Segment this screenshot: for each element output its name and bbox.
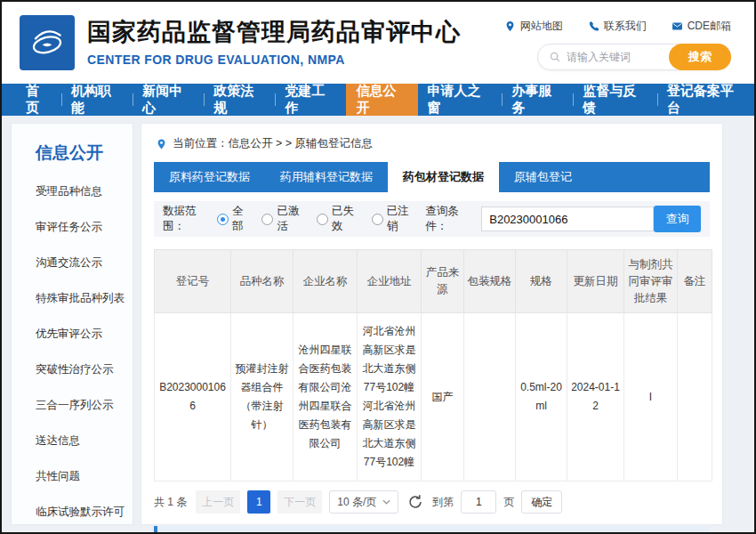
column-header: 产品来源 [422, 250, 464, 313]
radio-option[interactable]: 已激活 [261, 204, 305, 234]
site-titles: 国家药品监督管理局药品审评中心 CENTER FOR DRUG EVALUATI… [87, 19, 461, 66]
registration-table: 登记号品种名称企业名称企业地址产品来源包装规格规格更新日期与制剂共同审评审批结果… [154, 249, 712, 481]
radio-option-label: 已注销 [387, 204, 415, 234]
main-panel: 当前位置：信息公开 > > 原辅包登记信息 原料药登记数据药用辅料登记数据药包材… [141, 123, 723, 525]
table-cell [678, 313, 712, 481]
sitemap-link[interactable]: 网站地图 [504, 19, 563, 34]
table-header-row: 登记号品种名称企业名称企业地址产品来源包装规格规格更新日期与制剂共同审评审批结果… [155, 250, 712, 313]
sidebar-title: 信息公开 [36, 142, 133, 165]
cde-logo [20, 15, 75, 70]
table-cell: I [624, 313, 678, 481]
note-box: 说明： 1. 数据范围“全部”，不包含“已注销”2. “与制剂共同审评审批结果”… [154, 526, 710, 532]
nav-item[interactable]: 新闻中心 [133, 84, 204, 116]
table-cell: 国产 [422, 313, 464, 481]
refresh-icon[interactable] [407, 494, 423, 510]
table-cell: 沧州四星联合医药包装有限公司沧州四星联合医药包装有限公司 [294, 313, 358, 481]
column-header: 更新日期 [567, 250, 624, 313]
radio-option[interactable]: 已失效 [317, 204, 360, 234]
radio-icon [217, 214, 229, 225]
nav-item[interactable]: 机构职能 [61, 84, 133, 116]
column-header: 与制剂共同审评审批结果 [624, 250, 678, 313]
search-icon [549, 51, 561, 63]
site-title: 国家药品监督管理局药品审评中心 [87, 19, 461, 46]
sidebar-item[interactable]: 三合一序列公示 [36, 387, 133, 423]
table-body: B20230001066预灌封注射器组合件（带注射针）沧州四星联合医药包装有限公… [155, 313, 712, 481]
sidebar-item[interactable]: 特殊审批品种列表 [36, 280, 133, 316]
query-label: 查询条件： [425, 204, 476, 234]
site-search-button[interactable]: 搜索 [669, 44, 731, 70]
scope-label: 数据范围： [163, 204, 213, 234]
pagination: 共 1 条 上一页 1 下一页 10 条/页 到第 页 确定 [154, 490, 710, 514]
sidebar-item[interactable]: 共性问题 [36, 458, 133, 494]
table-cell: 河北省沧州高新区求是北大道东侧77号102幢河北省沧州高新区求是北大道东侧77号… [358, 313, 422, 481]
contact-link[interactable]: 联系我们 [588, 19, 647, 34]
column-header: 备注 [678, 250, 712, 313]
breadcrumb: 当前位置：信息公开 > > 原辅包登记信息 [154, 133, 710, 162]
sidebar-item[interactable]: 临床试验默示许可 [36, 494, 133, 530]
sidebar-item[interactable]: 突破性治疗公示 [36, 352, 133, 387]
tab[interactable]: 原料药登记数据 [154, 162, 265, 192]
header-right: 网站地图 联系我们 CDE邮箱 搜索 [504, 15, 731, 70]
mailbox-link[interactable]: CDE邮箱 [672, 19, 731, 34]
site-search-bar: 搜索 [537, 44, 731, 70]
tab[interactable]: 药包材登记数据 [388, 162, 499, 192]
goto-confirm-button[interactable]: 确定 [521, 490, 562, 514]
chevron-down-icon [382, 499, 390, 505]
sidebar-item[interactable]: 受理品种信息 [36, 174, 133, 209]
radio-option-label: 已失效 [332, 204, 360, 234]
quick-links: 网站地图 联系我们 CDE邮箱 [504, 19, 731, 34]
nav-item[interactable]: 信息公开 [346, 84, 417, 116]
column-header: 企业名称 [294, 250, 358, 313]
radio-option[interactable]: 已注销 [372, 204, 415, 234]
site-header: 国家药品监督管理局药品审评中心 CENTER FOR DRUG EVALUATI… [2, 2, 754, 84]
goto-unit: 页 [503, 495, 514, 510]
nav-item[interactable]: 政策法规 [204, 84, 275, 116]
nav-item[interactable]: 登记备案平台 [657, 84, 754, 116]
sidebar-item[interactable]: 审评任务公示 [36, 209, 133, 245]
sitemap-link-label: 网站地图 [520, 19, 563, 34]
main-nav: 首页机构职能新闻中心政策法规党建工作信息公开申请人之窗办事服务监督与反馈登记备案… [2, 84, 754, 116]
filter-bar: 数据范围： 全部已激活已失效已注销 查询条件： 查询 [154, 201, 710, 237]
next-page-button[interactable]: 下一页 [277, 490, 322, 514]
tab[interactable]: 原辅包登记 [499, 162, 587, 192]
nav-item[interactable]: 申请人之窗 [418, 84, 503, 116]
table-cell [464, 313, 516, 481]
column-header: 品种名称 [231, 250, 294, 313]
nav-item[interactable]: 首页 [16, 84, 61, 116]
sidebar-item[interactable]: 沟通交流公示 [36, 245, 133, 280]
table-cell: B20230001066 [155, 313, 231, 481]
column-header: 包装规格 [464, 250, 516, 313]
contact-link-label: 联系我们 [604, 19, 647, 34]
site-search-input[interactable] [567, 51, 666, 63]
location-pin-icon [504, 20, 516, 32]
radio-option-label: 已激活 [277, 204, 305, 234]
sidebar-item[interactable]: 送达信息 [36, 423, 133, 458]
goto-label: 到第 [432, 495, 454, 510]
page: 国家药品监督管理局药品审评中心 CENTER FOR DRUG EVALUATI… [0, 0, 756, 534]
query-button[interactable]: 查询 [654, 206, 701, 232]
query-input[interactable] [481, 206, 654, 231]
sidebar-item[interactable]: 优先审评公示 [36, 316, 133, 352]
table-row: B20230001066预灌封注射器组合件（带注射针）沧州四星联合医药包装有限公… [155, 313, 712, 481]
content-area: 信息公开 受理品种信息审评任务公示沟通交流公示特殊审批品种列表优先审评公示突破性… [2, 116, 754, 532]
page-number-button[interactable]: 1 [247, 490, 270, 514]
table-cell: 预灌封注射器组合件（带注射针） [231, 313, 294, 481]
breadcrumb-pin-icon [156, 138, 167, 150]
data-tabs: 原料药登记数据药用辅料登记数据药包材登记数据原辅包登记 [154, 162, 710, 192]
radio-option[interactable]: 全部 [217, 204, 251, 234]
table-cell: 0.5ml-20ml [516, 313, 567, 481]
logo-swoosh-icon [27, 25, 68, 61]
column-header: 规格 [516, 250, 567, 313]
nav-item[interactable]: 监督与反馈 [573, 84, 657, 116]
nav-item[interactable]: 党建工作 [275, 84, 346, 116]
envelope-icon [672, 20, 683, 32]
radio-icon [317, 214, 328, 225]
table-cell: 2024-01-12 [567, 313, 624, 481]
page-size-select[interactable]: 10 条/页 [329, 490, 398, 514]
scope-radio-group: 全部已激活已失效已注销 [217, 204, 414, 234]
goto-page-input[interactable] [461, 490, 496, 514]
radio-option-label: 全部 [232, 204, 251, 234]
prev-page-button[interactable]: 上一页 [196, 490, 240, 514]
nav-item[interactable]: 办事服务 [502, 84, 573, 116]
tab[interactable]: 药用辅料登记数据 [265, 162, 388, 192]
